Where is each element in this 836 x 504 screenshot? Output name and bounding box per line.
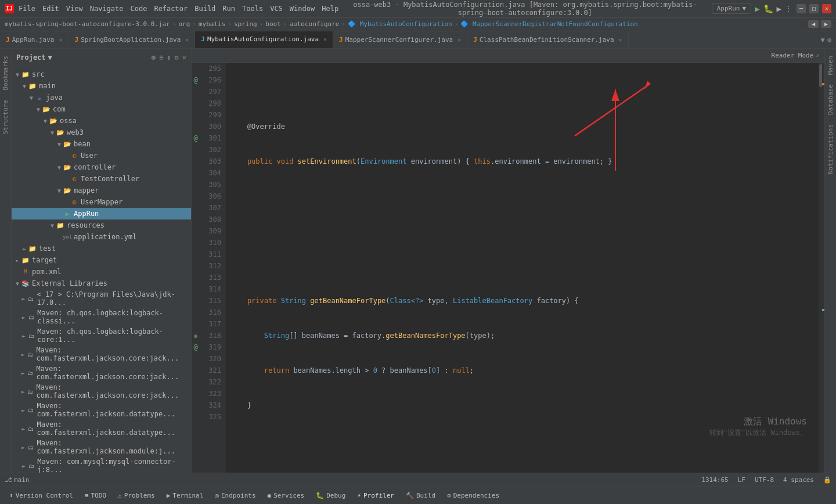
- tree-item-user[interactable]: © User: [12, 150, 191, 161]
- tree-item-usermapper[interactable]: © UserMapper: [12, 196, 191, 208]
- menu-tools[interactable]: Tools: [242, 5, 263, 13]
- menu-view[interactable]: View: [66, 5, 83, 13]
- tree-item-controller[interactable]: ▼ 📂 controller: [12, 161, 191, 173]
- tree-item-mysql[interactable]: ► 🗂 Maven: com.mysql:mysql-connector-j:8…: [12, 456, 191, 473]
- tree-item-logback-core[interactable]: ► 🗂 Maven: ch.qos.logback:logback-core:1…: [12, 326, 191, 345]
- breadcrumb-boot[interactable]: boot: [265, 20, 281, 28]
- tree-item-apprun[interactable]: ▶ AppRun: [12, 208, 191, 219]
- problems-btn[interactable]: ⚠ Problems: [113, 491, 160, 501]
- tree-item-src[interactable]: ▼ 📁 src: [12, 69, 191, 80]
- endpoints-btn[interactable]: ◎ Endpoints: [210, 491, 260, 501]
- maven-tab[interactable]: Maven: [826, 51, 835, 80]
- build-btn[interactable]: 🔨 Build: [401, 491, 440, 501]
- run-coverage-button[interactable]: ▶: [777, 4, 781, 13]
- tab-apprun[interactable]: J AppRun.java ✕: [0, 31, 69, 48]
- menu-vcs[interactable]: VCS: [270, 5, 283, 13]
- tree-item-pomxml[interactable]: M pom.xml: [12, 266, 191, 278]
- tab-close-button[interactable]: ✕: [323, 36, 327, 42]
- close-button[interactable]: ✕: [822, 4, 831, 13]
- tab-close-button[interactable]: ✕: [457, 37, 461, 43]
- tab-close-button[interactable]: ✕: [59, 37, 62, 43]
- database-tab[interactable]: Database: [826, 80, 835, 120]
- breadcrumb-jar[interactable]: mybatis-spring-boot-autoconfigure-3.0.0.…: [5, 20, 170, 28]
- tab-classpathscanner[interactable]: J ClassPathBeanDefinitionScanner.java ✕: [467, 31, 628, 48]
- maximize-button[interactable]: □: [809, 4, 819, 13]
- tree-item-jackson-datatype2[interactable]: ► 🗂 Maven: com.fasterxml.jackson.datatyp…: [12, 419, 191, 438]
- run-button[interactable]: ▶: [755, 4, 759, 13]
- menu-refactor[interactable]: Refactor: [154, 5, 188, 13]
- close-sidebar-icon[interactable]: ✕: [182, 53, 186, 62]
- tree-item-resources[interactable]: ▼ 📁 resources: [12, 219, 191, 231]
- tree-item-jackson-datatype1[interactable]: ► 🗂 Maven: com.fasterxml.jackson.datatyp…: [12, 401, 191, 419]
- menu-code[interactable]: Code: [131, 5, 147, 13]
- menu-window[interactable]: Window: [290, 5, 315, 13]
- debug-btn[interactable]: 🐛 Debug: [311, 491, 350, 501]
- breadcrumb-autoconfigure[interactable]: autoconfigure: [289, 20, 339, 28]
- tab-close-button[interactable]: ✕: [619, 37, 622, 43]
- more-run-options[interactable]: ⋮: [785, 5, 792, 13]
- breadcrumb-mybatis[interactable]: mybatis: [199, 20, 225, 28]
- menu-run[interactable]: Run: [222, 5, 235, 13]
- tabs-more-button[interactable]: ▼: [821, 36, 825, 44]
- todo-btn[interactable]: ≡ TODO: [80, 491, 111, 501]
- tree-item-jdk[interactable]: ► 🗂 < 17 > C:\Program Files\Java\jdk-17.…: [12, 289, 191, 308]
- breadcrumb-class[interactable]: 🔷 MybatisAutoConfiguration: [348, 20, 452, 28]
- menu-bar[interactable]: File Edit View Navigate Code Refactor Bu…: [19, 5, 338, 13]
- menu-build[interactable]: Build: [194, 5, 215, 13]
- tabs-settings-button[interactable]: ⚙: [827, 36, 831, 44]
- nav-back-button[interactable]: ◄: [808, 20, 819, 28]
- tree-item-java[interactable]: ▼ ☕ java: [12, 92, 191, 103]
- tree-item-web3[interactable]: ▼ 📂 web3: [12, 127, 191, 138]
- code-editor[interactable]: @ @: [192, 63, 824, 473]
- tab-springbootapp[interactable]: J SpringBootApplication.java ✕: [69, 31, 196, 48]
- version-control-btn[interactable]: ⬆ Version Control: [5, 491, 78, 501]
- editor-scrollbar[interactable]: [819, 63, 824, 473]
- tree-item-main[interactable]: ▼ 📁 main: [12, 80, 191, 92]
- tree-item-testcontroller[interactable]: © TestController: [12, 173, 191, 185]
- tree-item-jackson1[interactable]: ► 🗂 Maven: com.fasterxml.jackson.core:ja…: [12, 345, 191, 363]
- tree-item-mapper[interactable]: ▼ 📂 mapper: [12, 185, 191, 196]
- tab-mybatisautoconfig[interactable]: J MybatisAutoConfiguration.java ✕: [195, 31, 333, 48]
- menu-file[interactable]: File: [19, 5, 35, 13]
- notifications-tab[interactable]: Notifications: [826, 120, 835, 179]
- tab-mapperscannerconfig[interactable]: J MapperScannerConfigurer.java ✕: [333, 31, 467, 48]
- code-content[interactable]: @Override public void setEnvironment(Env…: [226, 63, 819, 473]
- dependencies-btn[interactable]: ⚙ Dependencies: [442, 491, 504, 501]
- collapse-all-icon[interactable]: ≡: [159, 53, 163, 62]
- tree-item-ossa[interactable]: ▼ 📂 ossa: [12, 115, 191, 127]
- nav-forward-button[interactable]: ►: [821, 20, 831, 28]
- run-config[interactable]: AppRun ▼: [712, 3, 751, 14]
- tree-item-jackson-module[interactable]: ► 🗂 Maven: com.fasterxml.jackson.module:…: [12, 438, 191, 456]
- menu-navigate[interactable]: Navigate: [90, 5, 124, 13]
- sidebar-dropdown-icon[interactable]: ▼: [48, 53, 52, 62]
- tree-item-bean[interactable]: ▼ 📂 bean: [12, 138, 191, 150]
- line-ending[interactable]: LF: [738, 476, 745, 484]
- indent-setting[interactable]: 4 spaces: [783, 476, 814, 484]
- breadcrumb-spring[interactable]: spring: [234, 20, 257, 28]
- profiler-btn[interactable]: ⚡ Profiler: [352, 491, 399, 501]
- tree-item-target[interactable]: ► 📁 target: [12, 254, 191, 266]
- sort-icon[interactable]: ↕: [167, 53, 171, 62]
- tree-item-logback-classic[interactable]: ► 🗂 Maven: ch.qos.logback:logback-classi…: [12, 308, 191, 326]
- tab-close-button[interactable]: ✕: [185, 37, 189, 43]
- settings-icon[interactable]: ⚙: [175, 53, 179, 62]
- tree-item-test[interactable]: ► 📁 test: [12, 243, 191, 254]
- menu-help[interactable]: Help: [322, 5, 338, 13]
- breadcrumb-inner-class[interactable]: 🔷 MapperScannerRegistrarNotFoundConfigur…: [460, 20, 637, 28]
- tree-item-external-libs[interactable]: ▼ 📚 External Libraries: [12, 278, 191, 289]
- minimize-button[interactable]: ─: [797, 4, 806, 13]
- terminal-btn[interactable]: ▶ Terminal: [162, 491, 208, 501]
- debug-button[interactable]: 🐛: [763, 4, 773, 13]
- menu-edit[interactable]: Edit: [42, 5, 59, 13]
- tree-item-jackson2[interactable]: ► 🗂 Maven: com.fasterxml.jackson.core:ja…: [12, 363, 191, 382]
- reader-mode-button[interactable]: Reader Mode ✓: [772, 52, 820, 59]
- breadcrumb-org[interactable]: org: [178, 20, 190, 28]
- locate-file-icon[interactable]: ⊕: [152, 53, 156, 62]
- vcs-branch[interactable]: ⎇ main: [5, 476, 30, 484]
- services-btn[interactable]: ◉ Services: [263, 491, 309, 501]
- tree-item-jackson3[interactable]: ► 🗂 Maven: com.fasterxml.jackson.core:ja…: [12, 382, 191, 401]
- structure-tab[interactable]: Structure: [1, 95, 10, 139]
- tree-item-appyml[interactable]: yml application.yml: [12, 231, 191, 243]
- encoding[interactable]: UTF-8: [755, 476, 774, 484]
- bookmarks-tab[interactable]: Bookmarks: [1, 51, 10, 95]
